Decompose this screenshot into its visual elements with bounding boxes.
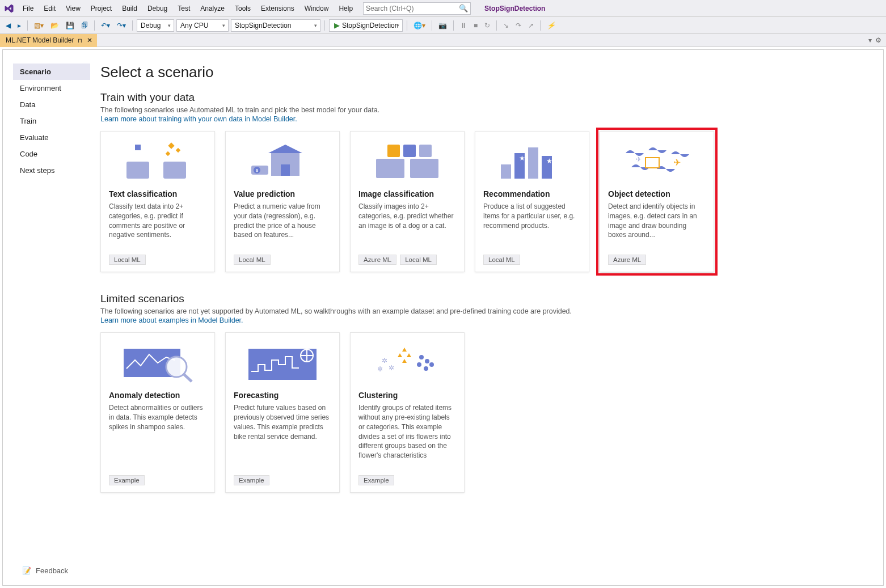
redo-button[interactable]: ↷▾ — [115, 19, 128, 32]
new-project-button[interactable]: ▧▾ — [32, 19, 46, 32]
step-out-button[interactable]: ↗ — [526, 19, 536, 32]
undo-button[interactable]: ↶▾ — [99, 19, 112, 32]
scenario-tag: Example — [358, 475, 394, 485]
search-input[interactable] — [366, 5, 459, 12]
menu-file[interactable]: File — [18, 2, 38, 15]
svg-text:✈: ✈ — [636, 155, 642, 163]
section-1-desc: The following scenarios use Automated ML… — [100, 106, 873, 114]
open-file-button[interactable]: 📂 — [48, 19, 61, 32]
scenario-card[interactable]: Anomaly detectionDetect abnormalities or… — [100, 332, 215, 493]
solution-config-combo[interactable]: Debug — [137, 19, 174, 32]
svg-rect-14 — [387, 145, 400, 157]
active-files-button[interactable]: ▾ — [868, 36, 872, 44]
menu-test[interactable]: Test — [173, 2, 195, 15]
nav-code[interactable]: Code — [13, 146, 90, 162]
step-into-button[interactable]: ↘ — [501, 19, 511, 32]
svg-rect-5 — [166, 151, 170, 156]
scenario-illustration — [234, 341, 331, 385]
pin-icon[interactable]: ⊓ — [78, 37, 82, 44]
page-title: Select a scenario — [100, 64, 873, 81]
scenario-tags: Local ML — [234, 255, 331, 265]
scenario-card[interactable]: Text classificationClassify text data in… — [100, 131, 215, 272]
menu-analyze[interactable]: Analyze — [196, 2, 229, 15]
svg-rect-8 — [281, 164, 290, 176]
menu-view[interactable]: View — [61, 2, 85, 15]
scenario-card[interactable]: ✲✲✲ClusteringIdentify groups of related … — [350, 332, 465, 493]
svg-rect-13 — [410, 159, 438, 178]
scenario-illustration: $ — [234, 139, 331, 184]
stop-button[interactable]: ■ — [471, 19, 480, 32]
feedback-link[interactable]: 📝 Feedback — [22, 566, 68, 575]
scenario-card[interactable]: $Value predictionPredict a numeric value… — [225, 131, 340, 272]
scenario-title: Value prediction — [234, 189, 331, 198]
scenario-card[interactable]: ForecastingPredict future values based o… — [225, 332, 340, 493]
menu-edit[interactable]: Edit — [39, 2, 60, 15]
startup-project-combo[interactable]: StopSignDetection — [231, 19, 320, 32]
svg-marker-36 — [402, 359, 407, 363]
start-debug-button[interactable]: ▶ StopSignDetection — [329, 19, 403, 32]
back-button[interactable]: ◀ — [3, 19, 13, 32]
menu-window[interactable]: Window — [300, 2, 334, 15]
wizard-content: Select a scenario Train with your data T… — [90, 64, 873, 513]
quick-launch-search[interactable]: 🔍 — [363, 2, 471, 15]
scenario-illustration — [109, 139, 206, 184]
menu-help[interactable]: Help — [334, 2, 357, 15]
menu-tools[interactable]: Tools — [230, 2, 255, 15]
nav-data[interactable]: Data — [13, 96, 90, 113]
svg-marker-33 — [402, 348, 407, 352]
scenario-tags: Example — [109, 475, 206, 485]
live-share-button[interactable]: 📷 — [436, 19, 449, 32]
scenario-description: Predict future values based on previousl… — [234, 403, 331, 441]
scenario-illustration: ✈✈ — [608, 139, 706, 184]
svg-point-39 — [417, 362, 421, 367]
save-all-button[interactable]: 🗐 — [79, 19, 90, 32]
nav-evaluate[interactable]: Evaluate — [13, 129, 90, 146]
scenario-illustration — [109, 341, 206, 385]
doc-tab-actions: ▾ ⚙ — [868, 36, 886, 44]
scenario-title: Text classification — [109, 189, 206, 198]
scenario-description: Detect and identify objects in images, e… — [608, 202, 706, 240]
close-icon[interactable]: ✕ — [86, 36, 94, 44]
intellicode-button[interactable]: ⚡ — [545, 19, 558, 32]
section-2-link[interactable]: Learn more about examples in Model Build… — [100, 316, 873, 324]
restart-button[interactable]: ↻ — [482, 19, 492, 32]
svg-rect-16 — [419, 145, 432, 157]
doc-tab-label: ML.NET Model Builder — [6, 36, 74, 44]
step-over-button[interactable]: ↷ — [513, 19, 524, 32]
scenario-card[interactable]: ★★RecommendationProduce a list of sugges… — [475, 131, 589, 272]
settings-icon[interactable]: ⚙ — [875, 36, 881, 44]
wizard-nav: Scenario Environment Data Train Evaluate… — [13, 64, 90, 513]
scenario-tags: Azure MLLocal ML — [358, 255, 456, 265]
section-1-link[interactable]: Learn more about training with your own … — [100, 115, 873, 123]
nav-next-steps[interactable]: Next steps — [13, 162, 90, 179]
scenario-illustration — [358, 139, 456, 184]
save-button[interactable]: 💾 — [64, 19, 77, 32]
nav-train[interactable]: Train — [13, 113, 90, 129]
forward-button[interactable]: ▸ — [15, 19, 23, 32]
browse-button[interactable]: 🌐▾ — [411, 19, 428, 32]
scenario-tags: Example — [358, 475, 456, 485]
section-1-heading: Train with your data — [100, 91, 873, 104]
scenario-description: Detect abnormalities or outliers in data… — [109, 403, 206, 433]
separator — [324, 20, 325, 31]
menu-project[interactable]: Project — [86, 2, 116, 15]
svg-rect-0 — [126, 162, 149, 179]
pause-button[interactable]: ⏸ — [458, 19, 469, 32]
scenario-illustration: ★★ — [483, 139, 581, 184]
scenario-card[interactable]: Image classificationClassify images into… — [350, 131, 465, 272]
scenario-tag: Example — [109, 475, 145, 485]
scenario-tag: Azure ML — [608, 255, 646, 265]
scenario-card[interactable]: ✈✈Object detectionDetect and identify ob… — [600, 131, 714, 272]
scenario-tags: Example — [234, 475, 331, 485]
svg-rect-3 — [168, 142, 174, 149]
doc-tab-mlnet[interactable]: ML.NET Model Builder ⊓ ✕ — [0, 34, 97, 47]
nav-scenario[interactable]: Scenario — [13, 64, 90, 80]
play-icon: ▶ — [334, 21, 340, 29]
menu-build[interactable]: Build — [117, 2, 142, 15]
scenario-description: Classify text data into 2+ categories, e… — [109, 202, 206, 240]
svg-text:✲: ✲ — [382, 357, 387, 365]
menu-extensions[interactable]: Extensions — [256, 2, 299, 15]
nav-environment[interactable]: Environment — [13, 80, 90, 96]
solution-platform-combo[interactable]: Any CPU — [176, 19, 229, 32]
menu-debug[interactable]: Debug — [143, 2, 172, 15]
